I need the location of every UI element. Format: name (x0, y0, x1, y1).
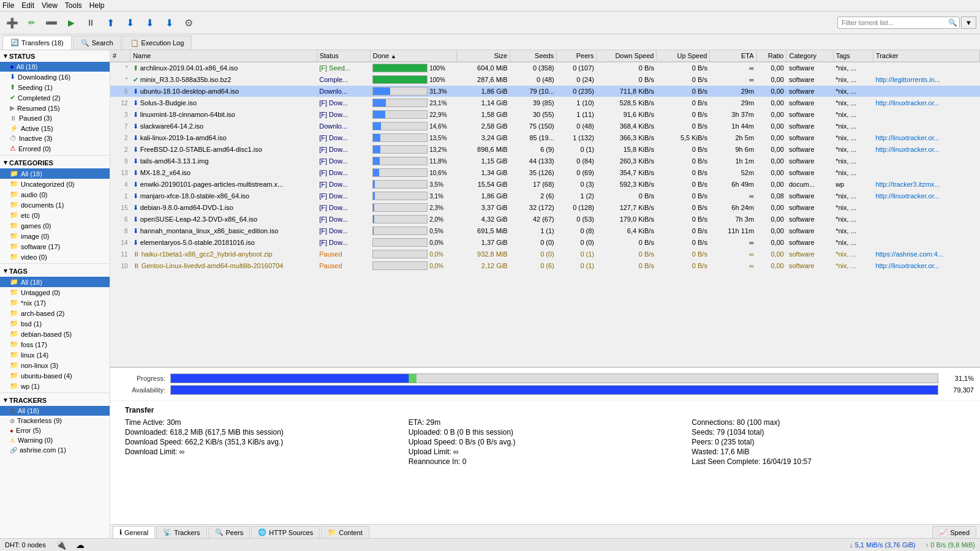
sidebar-tag-foss[interactable]: 📁 foss (17) (0, 339, 110, 350)
menu-file[interactable]: File (2, 1, 14, 10)
sidebar-cat-etc[interactable]: 📁 etc (0) (0, 210, 110, 220)
sidebar-cat-games[interactable]: 📁 games (0) (0, 220, 110, 231)
sidebar-cat-documents[interactable]: 📁 documents (1) (0, 200, 110, 210)
sidebar-tag-linux[interactable]: 📁 linux (14) (0, 350, 110, 360)
sidebar-tag-wp[interactable]: 📁 wp (1) (0, 381, 110, 391)
table-row[interactable]: 10 ⏸ Gentoo-Linux-livedvd-amd64-multilib… (110, 260, 980, 272)
settings-button[interactable]: ⚙ (180, 14, 197, 31)
sidebar-status-all[interactable]: ● All (18) (0, 62, 110, 72)
move-down-button[interactable]: ⬇ (141, 14, 158, 31)
sidebar-status-active[interactable]: ⚡ Active (15) (0, 123, 110, 133)
col-tracker[interactable]: Tracker (873, 50, 979, 62)
table-row[interactable]: 6 ⬇ openSUSE-Leap-42.3-DVD-x86_64.iso [F… (110, 214, 980, 225)
table-row[interactable]: * ⬆ archlinux-2019.04.01-x86_64.iso [F] … (110, 62, 980, 74)
sidebar-status-paused[interactable]: ⏸ Paused (3) (0, 113, 110, 123)
table-row[interactable]: 2 ⬇ FreeBSD-12.0-STABLE-amd64-disc1.iso … (110, 144, 980, 156)
tab-search[interactable]: 🔍 Search (73, 36, 121, 50)
bottom-tab-http-sources[interactable]: 🌐 HTTP Sources (251, 526, 320, 538)
table-row[interactable]: 8 ⬇ hannah_montana_linux_x86_basic_editi… (110, 225, 980, 237)
table-row[interactable]: 11 ⏸ haiku-r1beta1-x86_gcc2_hybrid-anybo… (110, 249, 980, 260)
sidebar-tracker-all[interactable]: ☰ All (18) (0, 406, 110, 416)
col-eta[interactable]: ETA (710, 50, 756, 62)
sidebar-cat-uncategorized[interactable]: 📁 Uncategorized (0) (0, 179, 110, 189)
sidebar-status-seeding[interactable]: ⬆ Seeding (1) (0, 82, 110, 92)
bottom-tab-speed[interactable]: 📈 Speed (932, 526, 976, 538)
sidebar-tag-bsd[interactable]: 📁 bsd (1) (0, 318, 110, 329)
bottom-tab-trackers[interactable]: 📡 Trackers (156, 526, 206, 538)
col-seeds[interactable]: Seeds (510, 50, 557, 62)
col-num[interactable]: # (110, 50, 130, 62)
sidebar-tag-all[interactable]: 📁 All (18) (0, 277, 110, 287)
col-tags[interactable]: Tags (833, 50, 873, 62)
sidebar-tracker-ashrise[interactable]: 🔗 ashrise.com (1) (0, 445, 110, 455)
filter-options-button[interactable]: ▼ (961, 17, 976, 29)
move-top-button[interactable]: ⬆ (121, 14, 138, 31)
tab-transfers[interactable]: 🔄 Transfers (18) (2, 36, 72, 50)
menu-edit[interactable]: Edit (21, 1, 34, 10)
menu-help[interactable]: Help (89, 1, 105, 10)
table-row[interactable]: 1 ⬇ manjaro-xfce-18.0-stable-x86_64.iso … (110, 190, 980, 202)
table-row[interactable]: 4 ⬇ enwiki-20190101-pages-articles-multi… (110, 179, 980, 190)
table-row[interactable]: 7 ⬇ slackware64-14.2.iso Downlo... 14,6%… (110, 121, 980, 132)
sidebar-tracker-warning[interactable]: ⚠ Warning (0) (0, 435, 110, 445)
table-row[interactable]: 13 ⬇ MX-18.2_x64.iso [F] Dow... 10,6% 1,… (110, 167, 980, 179)
sidebar-tag-non-linux[interactable]: 📁 non-linux (3) (0, 360, 110, 370)
remove-torrent-button[interactable]: ➖ (43, 14, 60, 31)
col-down-speed[interactable]: Down Speed (597, 50, 657, 62)
sidebar-tracker-trackerless[interactable]: ⊘ Trackerless (9) (0, 416, 110, 425)
bottom-tab-general[interactable]: ℹ General (113, 526, 155, 538)
col-peers[interactable]: Peers (557, 50, 597, 62)
col-size[interactable]: Size (457, 50, 510, 62)
sidebar-status-errored[interactable]: ⚠ Errored (0) (0, 143, 110, 154)
table-row[interactable]: 12 ⬇ Solus-3-Budgie.iso [F] Dow... 23,1%… (110, 97, 980, 109)
sidebar-cat-all[interactable]: 📁 All (18) (0, 168, 110, 179)
sidebar-cat-audio[interactable]: 📁 audio (0) (0, 189, 110, 200)
status-section-header[interactable]: ▾ STATUS (0, 50, 110, 62)
col-category[interactable]: Category (786, 50, 833, 62)
bottom-tab-peers[interactable]: 🔍 Peers (208, 526, 251, 538)
table-row[interactable]: 5 ⬇ ubuntu-18.10-desktop-amd64.iso Downl… (110, 86, 980, 97)
sidebar-cat-image[interactable]: 📁 image (0) (0, 231, 110, 241)
col-up-speed[interactable]: Up Speed (657, 50, 710, 62)
filter-input[interactable] (837, 17, 960, 29)
sidebar-tag-nix[interactable]: 📁 *nix (17) (0, 298, 110, 308)
table-row[interactable]: * ✔ minix_R3.3.0-588a35b.iso.bz2 Comple.… (110, 74, 980, 86)
col-status[interactable]: Status (317, 50, 370, 62)
sidebar-tracker-error[interactable]: ● Error (5) (0, 425, 110, 435)
menu-tools[interactable]: Tools (65, 1, 82, 10)
sidebar-status-completed[interactable]: ✔ Completed (2) (0, 92, 110, 103)
sidebar-status-downloading[interactable]: ⬇ Downloading (16) (0, 72, 110, 82)
move-bottom-button[interactable]: ⬇ (160, 14, 178, 31)
tags-section-header[interactable]: ▾ TAGS (0, 265, 110, 277)
sidebar-tag-ubuntu-based[interactable]: 📁 ubuntu-based (4) (0, 370, 110, 381)
col-ratio[interactable]: Ratio (756, 50, 786, 62)
sidebar-tag-arch-based[interactable]: 📁 arch-based (2) (0, 308, 110, 318)
trackers-section-header[interactable]: ▾ TRACKERS (0, 394, 110, 406)
sidebar-status-resumed[interactable]: ▶ Resumed (15) (0, 103, 110, 113)
col-name[interactable]: Name (130, 50, 317, 62)
pause-button[interactable]: ⏸ (82, 14, 99, 31)
table-row[interactable]: 3 ⬇ linuxmint-18-cinnamon-64bit.iso [F] … (110, 109, 980, 121)
sidebar-status-inactive[interactable]: ⏱ Inactive (3) (0, 133, 110, 143)
resume-button[interactable]: ▶ (62, 14, 80, 31)
cell-seeds: 0 (48) (510, 74, 557, 86)
table-row[interactable]: 2 ⬇ kali-linux-2019-1a-amd64.iso [F] Dow… (110, 132, 980, 144)
bottom-tab-content[interactable]: 📁 Content (321, 526, 369, 538)
sidebar-tag-debian-based[interactable]: 📁 debian-based (5) (0, 329, 110, 339)
tab-execution-log[interactable]: 📋 Execution Log (123, 36, 192, 50)
tag-all-folder-icon: 📁 (10, 278, 18, 286)
move-up-button[interactable]: ⬆ (102, 14, 119, 31)
menu-view[interactable]: View (42, 1, 58, 10)
availability-bar (170, 385, 938, 395)
sidebar-tag-untagged[interactable]: 📁 Untagged (0) (0, 287, 110, 298)
sidebar-cat-video[interactable]: 📁 video (0) (0, 252, 110, 262)
sidebar-cat-software[interactable]: 📁 software (17) (0, 241, 110, 252)
table-row[interactable]: 15 ⬇ debian-9.8.0-amd64-DVD-1.iso [F] Do… (110, 202, 980, 214)
col-done[interactable]: Done ▲ (370, 50, 456, 62)
table-row[interactable]: 9 ⬇ tails-amd64-3.13.1.img [F] Dow... 11… (110, 156, 980, 167)
table-row[interactable]: 14 ⬇ elementaryos-5.0-stable.20181016.is… (110, 237, 980, 249)
create-torrent-button[interactable]: ✏ (23, 14, 40, 31)
categories-section-header[interactable]: ▾ CATEGORIES (0, 157, 110, 168)
search-tab-label: Search (92, 39, 113, 47)
add-torrent-button[interactable]: ➕ (4, 14, 21, 31)
